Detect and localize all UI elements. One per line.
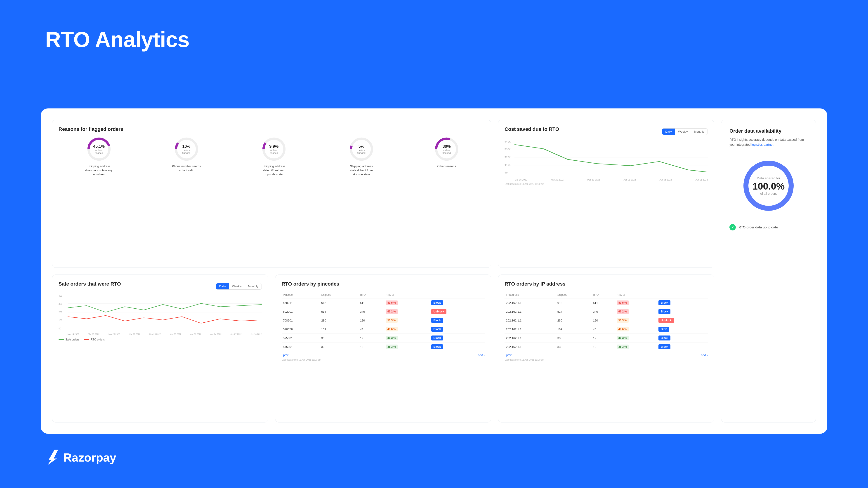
donut-label: 9.9% orders flagged xyxy=(268,144,280,154)
x-label: Apr 10 2022 xyxy=(251,333,262,335)
donut-label: 30% orders flagged xyxy=(440,144,453,154)
action-cell[interactable]: Block xyxy=(657,307,708,316)
table-row: 202.162.1.1331236.3 %Block xyxy=(504,343,708,351)
action-cell[interactable]: BIOc xyxy=(657,325,708,334)
table-row: 60200151434066.2 %Unblock xyxy=(282,307,485,316)
x-label: Apr 04 2022 xyxy=(211,333,221,335)
action-cell[interactable]: Block xyxy=(430,316,485,325)
rto-cell: 12 xyxy=(359,343,384,351)
table-row: 202.162.1.1331236.3 %Block xyxy=(504,334,708,343)
cost-chart-inner xyxy=(515,140,708,174)
order-data-desc: RTO insights accuracy depends on data pa… xyxy=(730,137,808,147)
logistics-partner-link[interactable]: logistics partner. xyxy=(751,143,774,147)
donut-chart: 9.9% orders flagged xyxy=(261,137,286,162)
ip-next[interactable]: next › xyxy=(701,354,708,357)
action-cell[interactable]: Unblock xyxy=(657,316,708,325)
rto-badge: 53.3 % xyxy=(617,318,629,323)
y-label: ₹0 xyxy=(59,327,67,330)
donut-label: 10% orders flagged xyxy=(180,144,193,154)
safe-orders-toggle[interactable]: DailyWeeklyMonthly xyxy=(216,283,262,290)
action-btn[interactable]: Unblock xyxy=(431,309,446,314)
donut-desc: Shipping address state diffrent from zip… xyxy=(347,164,376,177)
rto-pct-cell: 36.3 % xyxy=(384,343,430,351)
rto-cell: 340 xyxy=(592,307,615,316)
donut-pct: 10% xyxy=(180,144,193,149)
y-label: 200 xyxy=(59,311,67,314)
action-btn[interactable]: Block xyxy=(658,344,671,349)
cost-saved-toggle[interactable]: DailyWeeklyMonthly xyxy=(662,128,708,135)
donut-sub: orders flagged xyxy=(93,149,105,154)
logo-text: Razorpay xyxy=(63,451,116,464)
safe-toggle-btn-daily[interactable]: Daily xyxy=(216,283,229,289)
x-label: Mar 29 2022 xyxy=(170,333,181,335)
toggle-btn-monthly[interactable]: Monthly xyxy=(691,129,708,135)
donut-sub: orders flagged xyxy=(268,149,280,154)
table-row: 202.162.1.11094440.6 %BIOc xyxy=(504,325,708,334)
table-row: 202.162.1.151434066.2 %Block xyxy=(504,307,708,316)
ip-cell: 202.162.1.1 xyxy=(504,325,556,334)
action-btn[interactable]: BIOc xyxy=(658,327,669,332)
rto-cell: 511 xyxy=(592,298,615,307)
action-cell[interactable]: Unblock xyxy=(430,307,485,316)
x-label: Mar 27 2022 xyxy=(587,178,600,181)
pincode-cell: 560011 xyxy=(282,298,320,307)
shipped-cell: 612 xyxy=(320,298,359,307)
action-cell[interactable]: Block xyxy=(430,343,485,351)
action-btn[interactable]: Block xyxy=(431,344,443,349)
rto-ip-table: IP addressShippedRTORTO %202.162.1.16125… xyxy=(504,291,708,351)
action-btn[interactable]: Unblock xyxy=(658,318,674,323)
pincodes-next[interactable]: next › xyxy=(478,354,485,357)
action-cell[interactable]: Block xyxy=(430,325,485,334)
donut-desc: Shipping address does not contain any nu… xyxy=(84,164,114,177)
cost-saved-chart: ₹40K₹30K₹20K₹10K₹0 Mar 15 2022Mar 21 202… xyxy=(504,140,708,181)
action-btn[interactable]: Block xyxy=(658,300,671,305)
shipped-cell: 612 xyxy=(556,298,592,307)
x-label: Mar 14 2022 xyxy=(68,333,79,335)
shipped-cell: 230 xyxy=(556,316,592,325)
rto-ip-title: RTO orders by IP address xyxy=(504,281,708,287)
legend-label: RTO orders xyxy=(91,338,105,341)
action-btn[interactable]: Block xyxy=(431,300,443,305)
rto-badge: 40.6 % xyxy=(617,327,629,331)
ip-prev[interactable]: ‹ prev xyxy=(504,354,512,357)
donut-label: 5% orders flagged xyxy=(355,144,368,154)
rto-cell: 12 xyxy=(359,334,384,343)
action-btn[interactable]: Block xyxy=(431,335,443,340)
rto-badge: 36.3 % xyxy=(385,345,398,349)
action-btn[interactable]: Block xyxy=(658,309,671,314)
pincode-cell: 602001 xyxy=(282,307,320,316)
cost-saved-header: Cost saved due to RTO DailyWeeklyMonthly xyxy=(504,126,708,137)
pincode-cell: 575001 xyxy=(282,334,320,343)
col-header: Shipped xyxy=(320,291,359,298)
action-cell[interactable]: Block xyxy=(657,343,708,351)
table-row: 575001331236.3 %Block xyxy=(282,343,485,351)
action-cell[interactable]: Block xyxy=(430,298,485,307)
shipped-cell: 109 xyxy=(320,325,359,334)
table-row: 575001331236.3 %Block xyxy=(282,334,485,343)
y-label: 400 xyxy=(59,295,67,297)
pincodes-prev[interactable]: ‹ prev xyxy=(282,354,289,357)
rto-badge: 83.5 % xyxy=(385,300,398,305)
table-row: 5700581094440.6 %Block xyxy=(282,325,485,334)
rto-badge: 36.3 % xyxy=(617,336,629,340)
chart-legend: Safe ordersRTO orders xyxy=(59,338,262,341)
pincodes-pagination[interactable]: ‹ prev next › xyxy=(282,354,485,357)
action-btn[interactable]: Block xyxy=(431,318,443,323)
rto-cell: 511 xyxy=(359,298,384,307)
safe-toggle-btn-weekly[interactable]: Weekly xyxy=(229,283,245,289)
action-btn[interactable]: Block xyxy=(431,327,443,332)
legend-dot xyxy=(59,339,64,340)
ip-pagination[interactable]: ‹ prev next › xyxy=(504,354,708,357)
action-cell[interactable]: Block xyxy=(657,334,708,343)
action-cell[interactable]: Block xyxy=(657,298,708,307)
donut-desc: Shipping address state diffrent from zip… xyxy=(259,164,289,177)
toggle-btn-daily[interactable]: Daily xyxy=(662,129,675,135)
flagged-orders-title: Reasons for flagged orders xyxy=(59,126,485,132)
rto-pct-cell: 83.5 % xyxy=(384,298,430,307)
safe-toggle-btn-monthly[interactable]: Monthly xyxy=(245,283,261,289)
action-cell[interactable]: Block xyxy=(430,334,485,343)
toggle-btn-weekly[interactable]: Weekly xyxy=(675,129,691,135)
action-btn[interactable]: Block xyxy=(658,335,671,340)
donut-pct: 5% xyxy=(355,144,368,149)
legend-dot xyxy=(84,339,89,340)
